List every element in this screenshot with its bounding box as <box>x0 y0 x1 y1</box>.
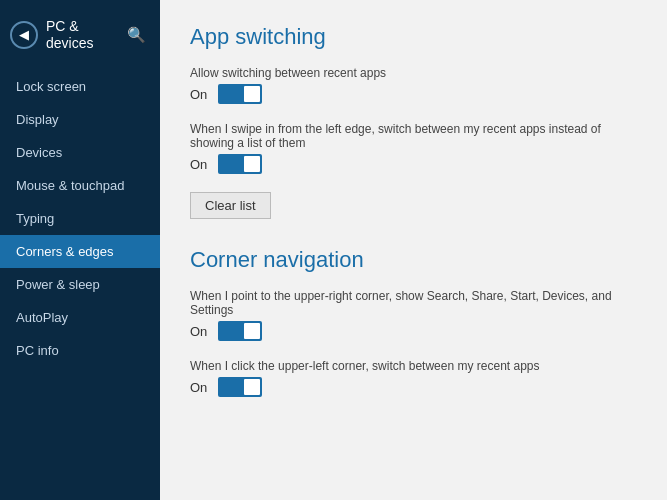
corner-navigation-section: Corner navigation When I point to the up… <box>190 247 637 397</box>
setting2-row: On <box>190 154 637 174</box>
sidebar-item-devices[interactable]: Devices <box>0 136 160 169</box>
cn-setting1-on: On <box>190 324 208 339</box>
setting1-label: Allow switching between recent apps <box>190 66 637 80</box>
toggle-thumb-4 <box>244 379 260 395</box>
sidebar-item-lock-screen[interactable]: Lock screen <box>0 70 160 103</box>
back-icon: ◀ <box>19 27 29 42</box>
corner-navigation-title: Corner navigation <box>190 247 637 273</box>
main-content: App switching Allow switching between re… <box>160 0 667 500</box>
sidebar-item-autoplay[interactable]: AutoPlay <box>0 301 160 334</box>
app-switching-section: App switching Allow switching between re… <box>190 24 637 241</box>
setting1-toggle[interactable] <box>218 84 262 104</box>
app-switching-title: App switching <box>190 24 637 50</box>
setting2-toggle[interactable] <box>218 154 262 174</box>
setting2-label: When I swipe in from the left edge, swit… <box>190 122 637 150</box>
toggle-thumb-3 <box>244 323 260 339</box>
cn-setting1-label: When I point to the upper-right corner, … <box>190 289 637 317</box>
setting1-on: On <box>190 87 208 102</box>
search-icon[interactable]: 🔍 <box>127 26 146 44</box>
sidebar-header: ◀ PC & devices 🔍 <box>0 0 160 70</box>
clear-list-button[interactable]: Clear list <box>190 192 271 219</box>
sidebar-item-mouse---touchpad[interactable]: Mouse & touchpad <box>0 169 160 202</box>
sidebar-item-pc-info[interactable]: PC info <box>0 334 160 367</box>
sidebar-item-corners---edges[interactable]: Corners & edges <box>0 235 160 268</box>
sidebar-item-power---sleep[interactable]: Power & sleep <box>0 268 160 301</box>
sidebar-item-typing[interactable]: Typing <box>0 202 160 235</box>
sidebar-title: PC & devices <box>46 18 119 52</box>
nav-list: Lock screenDisplayDevicesMouse & touchpa… <box>0 70 160 367</box>
setting2-on: On <box>190 157 208 172</box>
cn-setting1-toggle[interactable] <box>218 321 262 341</box>
cn-setting2-row: On <box>190 377 637 397</box>
toggle-thumb <box>244 86 260 102</box>
cn-setting2-toggle[interactable] <box>218 377 262 397</box>
setting1-row: On <box>190 84 637 104</box>
cn-setting1-row: On <box>190 321 637 341</box>
sidebar-item-display[interactable]: Display <box>0 103 160 136</box>
cn-setting2-label: When I click the upper-left corner, swit… <box>190 359 637 373</box>
sidebar: ◀ PC & devices 🔍 Lock screenDisplayDevic… <box>0 0 160 500</box>
cn-setting2-on: On <box>190 380 208 395</box>
back-button[interactable]: ◀ <box>10 21 38 49</box>
toggle-thumb-2 <box>244 156 260 172</box>
